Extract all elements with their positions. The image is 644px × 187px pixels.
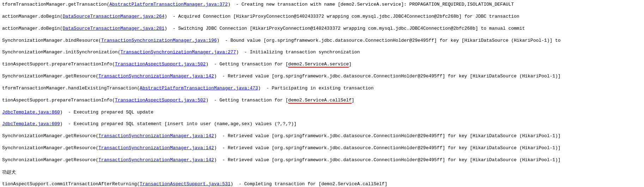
- log-link[interactable]: TransactionSynchronizationManager.java:1…: [98, 157, 214, 163]
- log-line: tionAspectSupport.prepareTransactionInfo…: [2, 97, 642, 104]
- log-link[interactable]: JdbcTemplate.java:860: [2, 110, 60, 115]
- log-link[interactable]: TransactionAspectSupport.java:502: [115, 98, 206, 103]
- log-link[interactable]: TransactionSynchronizationManager.java:1…: [98, 133, 214, 139]
- log-line: SynchronizationManager.getResource(Trans…: [2, 133, 642, 140]
- log-line: JdbcTemplate.java:609) - Executing prepa…: [2, 121, 642, 128]
- log-line: SynchronizationManager.getResource(Trans…: [2, 73, 642, 80]
- log-link[interactable]: TransactionSynchronizationManager.java:1…: [98, 145, 214, 151]
- log-link[interactable]: AbstractPlatformTransactionManager.java:…: [109, 2, 227, 7]
- highlighted-text: demo2.ServiceA.callSelf: [288, 98, 351, 104]
- log-link[interactable]: AbstractPlatformTransactionManager.java:…: [140, 86, 258, 91]
- log-link[interactable]: TransactionSynchronizationManager.java:1…: [101, 38, 217, 43]
- log-link[interactable]: TransactionSynchronizationManager.java:1…: [98, 74, 214, 79]
- log-line: tionAspectSupport.prepareTransactionInfo…: [2, 61, 642, 68]
- highlighted-text: demo2.ServiceA.service: [288, 62, 349, 68]
- log-line: SynchronizationManager.initSynchronizati…: [2, 49, 642, 56]
- log-line: SynchronizationManager.getResource(Trans…: [2, 145, 642, 152]
- log-link[interactable]: DataSourceTransactionManager.java:281: [63, 26, 165, 31]
- log-link[interactable]: DataSourceTransactionManager.java:264: [63, 14, 165, 19]
- log-line: 功赵犬: [2, 169, 642, 176]
- log-link[interactable]: TransactionSynchronizationManager.java:2…: [120, 49, 236, 55]
- log-line: SynchronizationManager.bindResource(Tran…: [2, 37, 642, 44]
- log-container: tformTransactionManager.getTransaction(A…: [2, 1, 642, 187]
- log-line: JdbcTemplate.java:860) - Executing prepa…: [2, 109, 642, 116]
- log-link[interactable]: TransactionAspectSupport.java:531: [140, 181, 230, 187]
- log-line: tformTransactionManager.handleExistingTr…: [2, 85, 642, 92]
- log-line: actionManager.doBegin(DataSourceTransact…: [2, 25, 642, 32]
- log-line: tionAspectSupport.commitTransactionAfter…: [2, 181, 642, 187]
- log-link[interactable]: JdbcTemplate.java:609: [2, 121, 60, 127]
- log-line: tformTransactionManager.getTransaction(A…: [2, 1, 642, 8]
- log-line: actionManager.doBegin(DataSourceTransact…: [2, 13, 642, 20]
- log-line: SynchronizationManager.getResource(Trans…: [2, 157, 642, 164]
- log-link[interactable]: TransactionAspectSupport.java:502: [115, 62, 206, 67]
